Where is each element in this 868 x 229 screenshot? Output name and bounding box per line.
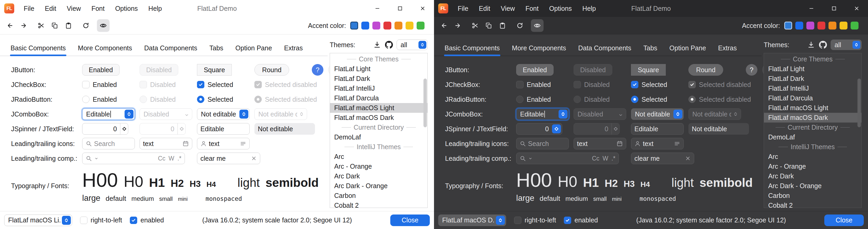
- radio-enabled[interactable]: Enabled: [82, 96, 117, 103]
- radio-selected[interactable]: Selected: [197, 96, 233, 103]
- show-hidden-toggle-button[interactable]: [531, 19, 544, 32]
- maximize-button[interactable]: [389, 0, 411, 17]
- copy-button[interactable]: [483, 19, 495, 32]
- download-icon[interactable]: [807, 41, 815, 49]
- theme-list-item[interactable]: FlatLaf macOS Light: [764, 103, 861, 113]
- lookandfeel-combobox[interactable]: FlatLaf macOS Li...: [4, 214, 72, 226]
- round-button[interactable]: Round: [254, 64, 289, 76]
- theme-list-item[interactable]: FlatLaf macOS Dark: [764, 113, 861, 122]
- theme-list-item[interactable]: FlatLaf Light: [764, 64, 861, 74]
- date-field[interactable]: text: [574, 138, 626, 149]
- search-options-field[interactable]: Cc W .*: [82, 152, 185, 164]
- accent-color-swatch[interactable]: [395, 22, 402, 30]
- tab[interactable]: Data Components: [144, 40, 197, 56]
- clear-icon[interactable]: [251, 155, 257, 161]
- combo-arrows-icon[interactable]: [125, 110, 133, 119]
- enabled-checkbox[interactable]: enabled: [130, 216, 164, 224]
- user-field[interactable]: text: [197, 138, 250, 149]
- themes-filter-combobox[interactable]: all: [397, 39, 428, 50]
- combo-arrows-icon[interactable]: [559, 110, 567, 119]
- regex-button[interactable]: .*: [612, 155, 615, 162]
- square-button[interactable]: Square: [197, 64, 232, 76]
- spinner[interactable]: 0: [516, 123, 562, 135]
- calendar-icon[interactable]: [183, 140, 189, 147]
- spinner[interactable]: 0: [82, 123, 128, 135]
- textfield-editable[interactable]: Editable: [197, 123, 250, 135]
- search-field[interactable]: Search: [82, 138, 135, 149]
- spinner-buttons[interactable]: [120, 123, 128, 134]
- theme-list-item[interactable]: FlatLaf Dark: [330, 74, 427, 84]
- maximize-button[interactable]: [823, 0, 845, 17]
- search-icon[interactable]: [520, 155, 526, 162]
- help-button[interactable]: ?: [312, 64, 323, 76]
- accent-color-swatch[interactable]: [806, 22, 814, 30]
- whole-words-button[interactable]: W: [168, 155, 174, 162]
- tab[interactable]: Basic Components: [10, 40, 66, 56]
- combobox-editable[interactable]: Editable: [516, 108, 569, 120]
- accent-color-swatch[interactable]: [361, 22, 369, 30]
- scrollbar[interactable]: [423, 53, 427, 208]
- accent-color-swatch[interactable]: [372, 22, 380, 30]
- menu-item[interactable]: View: [61, 0, 86, 17]
- chevron-down-icon[interactable]: [529, 156, 532, 160]
- refresh-button[interactable]: [80, 19, 92, 32]
- search-field[interactable]: Search: [516, 138, 569, 149]
- copy-button[interactable]: [49, 19, 61, 32]
- menu-icon[interactable]: [674, 140, 680, 147]
- combobox-editable[interactable]: Editable: [82, 108, 135, 120]
- tab[interactable]: Extras: [718, 40, 737, 56]
- theme-list-item[interactable]: Cobalt 2: [330, 201, 427, 208]
- tab[interactable]: Tabs: [209, 40, 223, 56]
- help-button[interactable]: ?: [746, 64, 757, 76]
- accent-color-swatch[interactable]: [817, 22, 825, 30]
- combo-arrows-icon[interactable]: [852, 41, 860, 49]
- theme-list-item[interactable]: Arc Dark: [330, 171, 427, 181]
- tab[interactable]: Data Components: [578, 40, 631, 56]
- right-to-left-checkbox[interactable]: right-to-left: [80, 216, 122, 224]
- minimize-button[interactable]: [366, 0, 389, 17]
- square-button[interactable]: Square: [631, 64, 666, 76]
- calendar-icon[interactable]: [617, 140, 623, 147]
- tab[interactable]: More Components: [78, 40, 132, 56]
- accent-color-swatch[interactable]: [795, 22, 803, 30]
- clear-me-field[interactable]: clear me: [631, 152, 694, 164]
- accent-color-swatch[interactable]: [383, 22, 391, 30]
- scrollbar-thumb[interactable]: [424, 79, 427, 127]
- theme-list-item[interactable]: DemoLaf: [330, 132, 427, 142]
- close-button[interactable]: Close: [824, 214, 864, 226]
- menu-item[interactable]: Options: [544, 0, 577, 17]
- accent-color-swatch[interactable]: [840, 22, 847, 30]
- forward-button[interactable]: [452, 19, 464, 32]
- combo-arrows-icon[interactable]: [496, 216, 505, 225]
- lookandfeel-combobox[interactable]: FlatLaf macOS D...: [438, 214, 506, 226]
- combo-arrows-icon[interactable]: [239, 110, 248, 119]
- clear-me-field[interactable]: clear me: [197, 152, 260, 164]
- theme-list-item[interactable]: Arc Dark - Orange: [764, 181, 861, 191]
- chevron-down-icon[interactable]: [95, 156, 98, 160]
- theme-list-item[interactable]: Carbon: [330, 191, 427, 201]
- menu-item[interactable]: Edit: [473, 0, 495, 17]
- theme-list-item[interactable]: FlatLaf macOS Light: [330, 103, 427, 113]
- download-icon[interactable]: [373, 41, 381, 49]
- theme-list-item[interactable]: Arc - Orange: [764, 162, 861, 171]
- theme-list-item[interactable]: Arc Dark - Orange: [330, 181, 427, 191]
- cut-button[interactable]: [35, 19, 48, 32]
- theme-list-item[interactable]: Arc: [764, 152, 861, 162]
- tab[interactable]: Tabs: [643, 40, 657, 56]
- combo-arrows-icon[interactable]: [62, 216, 71, 225]
- theme-list-item[interactable]: FlatLaf Light: [330, 64, 427, 74]
- match-case-button[interactable]: Cc: [592, 155, 599, 162]
- menu-item[interactable]: File: [453, 0, 473, 17]
- minimize-button[interactable]: [800, 0, 823, 17]
- menu-item[interactable]: View: [495, 0, 520, 17]
- checkbox-selected[interactable]: Selected: [631, 81, 667, 89]
- menu-item[interactable]: Edit: [39, 0, 61, 17]
- theme-list-item[interactable]: Cobalt 2: [764, 201, 861, 208]
- right-to-left-checkbox[interactable]: right-to-left: [514, 216, 556, 224]
- scrollbar-thumb[interactable]: [858, 79, 861, 127]
- theme-list-item[interactable]: Arc: [330, 152, 427, 162]
- spinner-buttons[interactable]: [552, 124, 561, 133]
- accent-color-swatch[interactable]: [829, 22, 836, 30]
- accent-color-swatch[interactable]: [850, 22, 859, 30]
- enabled-button[interactable]: Enabled: [516, 64, 554, 76]
